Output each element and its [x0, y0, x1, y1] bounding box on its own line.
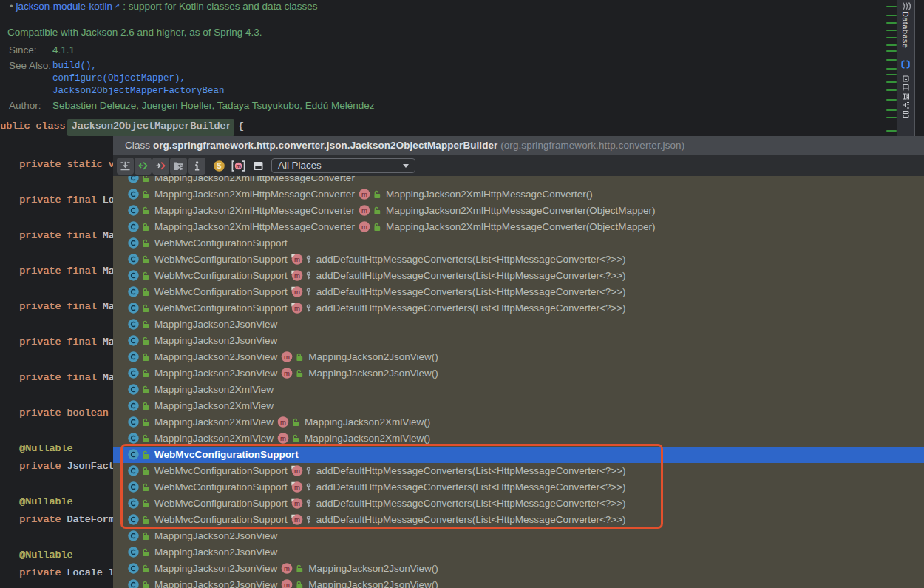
svg-text:m: m	[284, 564, 290, 572]
svg-text:m: m	[284, 581, 290, 588]
svg-text:m: m	[294, 271, 300, 280]
svg-text:$: $	[217, 161, 222, 170]
svg-text:m: m	[361, 223, 367, 231]
svg-text:m: m	[280, 418, 286, 426]
svg-text:m: m	[280, 434, 286, 442]
svg-text:m: m	[361, 206, 367, 214]
svg-text:m: m	[294, 304, 300, 312]
svg-text:m: m	[361, 190, 367, 198]
svg-text:m: m	[294, 288, 300, 296]
svg-text:m: m	[294, 255, 300, 263]
svg-text:m: m	[284, 353, 290, 361]
svg-text:m: m	[236, 163, 241, 169]
svg-text:m: m	[284, 369, 290, 377]
